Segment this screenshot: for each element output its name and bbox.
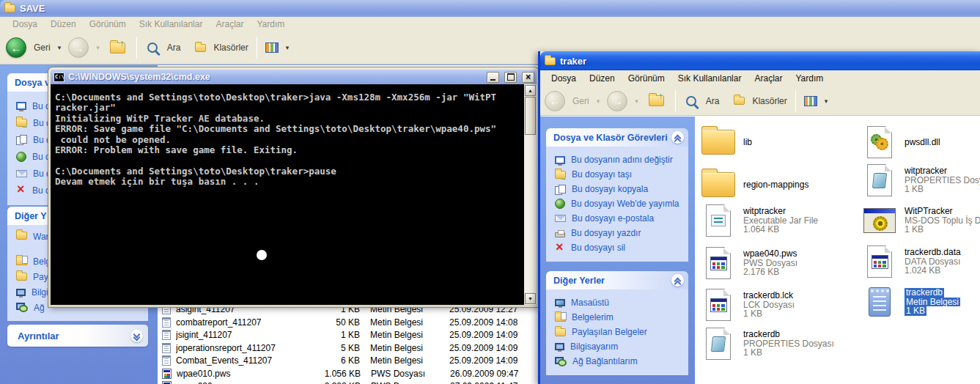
back-button[interactable]: ←	[6, 37, 26, 58]
file-tile-witptracker-batch[interactable]: WitPTracker MS-DOS Toplu İş Dosyası 1 KB	[862, 203, 980, 238]
task-rename[interactable]: Bu dosyanın adını değiştir	[555, 152, 688, 167]
save-window-titlebar[interactable]: SAVE	[0, 0, 980, 17]
menu-araclar[interactable]: Araçlar	[748, 73, 789, 84]
folders-icon[interactable]	[734, 97, 745, 105]
menu-dosya[interactable]: Dosya	[545, 73, 583, 84]
menu-gorunum[interactable]: Görünüm	[83, 19, 133, 29]
scrollbar-thumb[interactable]	[525, 97, 536, 135]
traker-titlebar[interactable]: traker	[540, 51, 980, 70]
expand-chevron-icon[interactable]	[130, 330, 143, 342]
file-row[interactable]: jsigint_411207 1 KB Metin Belgesi 25.09.…	[162, 328, 572, 341]
other-places-body: Masaüstü Belgelerim Paylaşılan Belgeler …	[546, 289, 688, 375]
forward-button[interactable]: →	[607, 91, 627, 111]
other-places-panel: Diğer Yerler Masaüstü Belgelerim Paylaş	[546, 271, 688, 375]
place-network[interactable]: Ağ Bağlantılarım	[555, 354, 688, 369]
menu-dosya[interactable]: Dosya	[6, 19, 44, 29]
other-places-header[interactable]: Diğer Yerler	[546, 271, 688, 289]
menu-sik-kullanilanlar[interactable]: Sık Kullanılanlar	[133, 19, 210, 29]
folders-icon[interactable]	[195, 44, 206, 52]
collapse-chevron-icon[interactable]	[671, 274, 684, 287]
scroll-up-icon[interactable]: ▲	[525, 85, 536, 96]
folders-label[interactable]: Klasörler	[213, 43, 248, 53]
scrollbar[interactable]: ▲ ▼	[524, 84, 537, 305]
file-tasks-header[interactable]: Dosya ve Klasör Görevleri	[546, 128, 688, 147]
folders-label[interactable]: Klasörler	[752, 96, 786, 106]
publish-web-icon	[555, 199, 565, 209]
email-icon	[16, 170, 27, 177]
menu-duzen[interactable]: Düzen	[583, 73, 622, 84]
menu-sik-kullanilanlar[interactable]: Sık Kullanılanlar	[671, 73, 748, 84]
search-label[interactable]: Ara	[167, 43, 181, 53]
up-folder-button[interactable]: ↑	[649, 95, 664, 106]
views-dropdown-icon[interactable]: ▾	[286, 44, 290, 51]
details-panel[interactable]: Ayrıntılar	[7, 325, 148, 347]
place-shared-documents[interactable]: Paylaşılan Belgeler	[555, 325, 688, 339]
traker-content: Dosya ve Klasör Görevleri Bu dosyanın ad…	[540, 117, 980, 384]
file-tile-witptracker-jar[interactable]: witptracker Executable Jar File 1.064 KB	[701, 203, 818, 238]
console-line: ERROR: Save game file "C:\Documents and …	[55, 124, 520, 134]
file-tile-pwsdll[interactable]: pwsdll.dll	[862, 125, 940, 160]
menu-yardim[interactable]: Yardım	[789, 73, 830, 84]
back-label: Geri	[34, 43, 51, 53]
task-move[interactable]: Bu dosyayı taşı	[555, 167, 688, 182]
close-button[interactable]	[522, 72, 534, 83]
forward-button[interactable]: →	[68, 37, 89, 58]
batch-file-icon	[863, 208, 896, 233]
console-line: Devam etmek için bir tuşa basın . . .	[55, 177, 520, 187]
views-dropdown-icon[interactable]: ▾	[825, 97, 828, 105]
views-icon[interactable]	[804, 96, 817, 106]
file-tile-lib[interactable]: lib	[701, 125, 752, 160]
menu-gorunum[interactable]: Görünüm	[622, 73, 671, 84]
views-icon[interactable]	[265, 43, 279, 53]
maximize-button[interactable]	[504, 72, 517, 83]
file-row[interactable]: wpae010.pws 1.056 KB PWS Dosyası 26.09.2…	[162, 367, 572, 380]
file-tile-trackerdb-properties[interactable]: trackerdb PROPERTIES Dosyası 1 KB	[701, 326, 834, 361]
search-icon[interactable]	[147, 43, 158, 53]
cmd-titlebar[interactable]: C:\WINDOWS\system32\cmd.exe	[51, 70, 537, 84]
console-area[interactable]: C:\Documents and Settings\toto\Desktop\t…	[51, 84, 537, 305]
file-row[interactable]: joperationsreport_411207 5 KB Metin Belg…	[162, 341, 572, 354]
search-icon[interactable]	[686, 96, 696, 106]
file-tile-region-mappings[interactable]: region-mappings	[701, 167, 808, 202]
task-print[interactable]: Bu dosyayı yazdır	[555, 226, 688, 240]
text-file-icon	[162, 317, 171, 328]
place-my-documents[interactable]: Belgelerim	[555, 310, 688, 325]
selected-file-name: trackerdb	[905, 288, 944, 298]
file-tile-trackerdb-selected[interactable]: trackerdb Metin Belgesi 1 KB	[862, 284, 960, 320]
toolbar-separator	[257, 37, 257, 59]
window-title: traker	[560, 56, 586, 67]
scroll-down-icon[interactable]: ▼	[525, 293, 536, 304]
file-tile-trackerdb-lck[interactable]: trackerdb.lck LCK Dosyası 1 KB	[701, 287, 795, 322]
collapse-chevron-icon[interactable]	[671, 131, 684, 144]
search-label[interactable]: Ara	[706, 96, 720, 106]
folder-icon	[4, 4, 15, 12]
up-folder-button[interactable]: ↑	[110, 43, 125, 53]
file-tile-trackerdb-data[interactable]: trackerdb.data DATA Dosyası 1.024 KB	[862, 244, 961, 279]
minimize-button[interactable]	[487, 72, 499, 83]
pws-file-icon	[706, 247, 731, 279]
task-copy[interactable]: Bu dosyayı kopyala	[555, 182, 688, 196]
file-row[interactable]: Combat_Events_411207 6 KB Metin Belgesi …	[162, 354, 572, 366]
file-row[interactable]: wpae020.pws 2.322 KB PWS Dosyası 27.09.2…	[162, 380, 572, 384]
traker-window: traker Dosya Düzen Görünüm Sık Kullanıla…	[538, 51, 980, 384]
menu-yardim[interactable]: Yardım	[250, 19, 291, 29]
place-my-computer[interactable]: Bilgisayarım	[555, 339, 688, 354]
task-delete[interactable]: Bu dosyayı sil	[555, 240, 688, 255]
file-tile-witptracker-properties[interactable]: witptracker PROPERTIES Dosyası 1 KB	[862, 163, 980, 198]
menu-duzen[interactable]: Düzen	[44, 19, 83, 29]
back-dropdown-icon[interactable]: ▾	[58, 44, 62, 51]
menu-araclar[interactable]: Araçlar	[209, 19, 250, 29]
console-output: C:\Documents and Settings\toto\Desktop\t…	[55, 92, 520, 188]
console-line: C:\Documents and Settings\toto\Desktop\t…	[55, 92, 520, 103]
file-row[interactable]: combatreport_411207 50 KB Metin Belgesi …	[162, 316, 572, 328]
console-line: could not be opened.	[55, 135, 520, 145]
file-tile-wpae040[interactable]: wpae040.pws PWS Dosyası 2.176 KB	[701, 245, 797, 281]
toolbar-separator	[795, 90, 796, 112]
delete-icon	[16, 185, 26, 195]
lck-file-icon	[706, 289, 731, 321]
task-email[interactable]: Bu dosyayı e-postala	[555, 211, 688, 226]
place-desktop[interactable]: Masaüstü	[555, 295, 688, 310]
task-publish-web[interactable]: Bu dosyayı Web'de yayımla	[555, 196, 688, 211]
jar-file-icon	[706, 204, 731, 237]
back-button[interactable]: ←	[545, 91, 565, 111]
